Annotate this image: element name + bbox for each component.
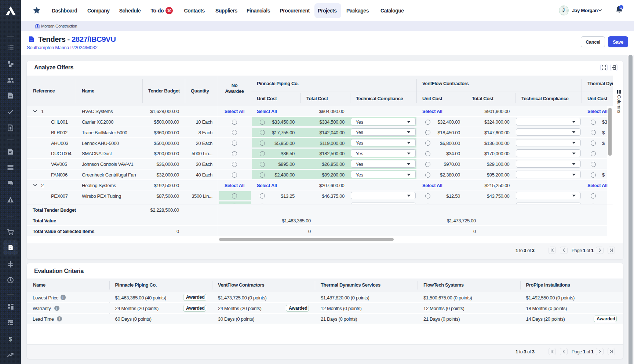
- svg-text:$: $: [9, 336, 12, 343]
